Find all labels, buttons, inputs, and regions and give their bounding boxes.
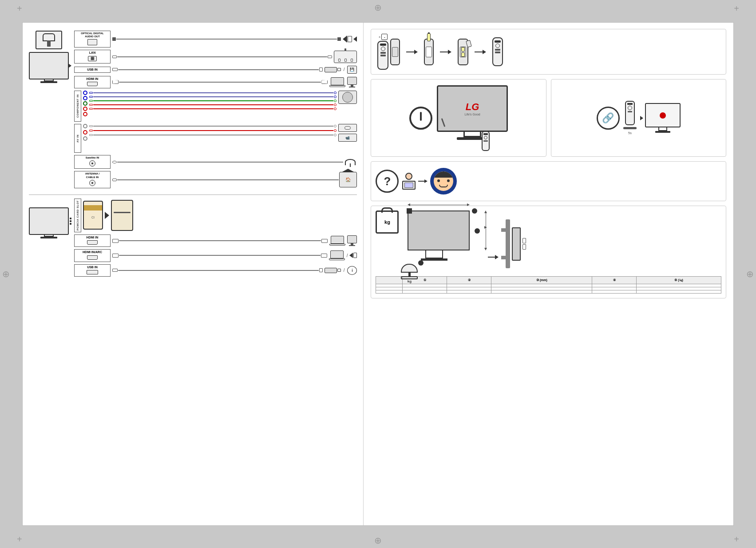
remote-circle-btn [381, 47, 385, 51]
usb-drive-icon-b [325, 268, 341, 273]
hdmi-plug-r [321, 80, 328, 84]
coax-wire [117, 162, 343, 163]
router-port-3 [351, 59, 353, 62]
fr-btn1 [483, 133, 488, 135]
comp-cable-3 [89, 99, 336, 102]
connector-row-component: COMPONENT IN [74, 91, 357, 122]
connector-row-hdmi-top: HDMI IN [74, 76, 357, 88]
help-row: ? [371, 161, 726, 201]
remote-back-view [390, 39, 400, 65]
tv-stand-right [40, 234, 57, 238]
usb-b-plug [319, 68, 323, 71]
component-cables [89, 91, 336, 111]
link-circle-icon: 🔗 [597, 107, 620, 130]
remote-battery-section: + - [371, 29, 726, 75]
usb-body-b [325, 268, 337, 273]
support-arrow [418, 179, 427, 183]
card-chip-stripe [84, 205, 102, 210]
usb-wire [118, 69, 319, 70]
router-port-1 [338, 59, 340, 62]
camcorder-icon: 📹 [338, 134, 357, 142]
dimensions-section: kg [371, 206, 726, 298]
dim-r1-1 [403, 284, 447, 287]
battery-icon [427, 33, 431, 41]
stand-base-r [40, 237, 57, 238]
avc1-rca [334, 125, 336, 127]
eye-left [437, 179, 440, 182]
scale-dome [401, 264, 418, 273]
soundbar-icon [329, 250, 345, 260]
dim-r2-model [376, 287, 403, 290]
cc2-wire [93, 96, 333, 97]
connector-row-av: AV IN [74, 124, 357, 153]
dimensions-content: kg [376, 210, 721, 273]
bottom-center-mark: ⊕ [374, 535, 382, 546]
avc3-rca [334, 134, 336, 136]
remote-floating [482, 131, 490, 151]
laptop-screen-b [331, 236, 344, 244]
main-content-area: OPTICAL DIGITALAUDIO OUT [22, 22, 734, 526]
arc-plug-l [112, 254, 119, 258]
corner-mark-tl: + [17, 4, 22, 14]
hdmi-top-label: HDMI IN [74, 76, 111, 88]
height-arrow [484, 210, 487, 250]
power-content: LG Life's Good [409, 85, 508, 151]
monitor-base [349, 87, 355, 87]
arrow-line-1 [406, 52, 414, 52]
satellite-label: Satellite IN [74, 155, 111, 169]
tv-dim-body [408, 210, 470, 250]
dvd-disc [342, 92, 353, 103]
hdmi-arc-cable [112, 254, 327, 258]
computer-screen [404, 183, 413, 188]
cable-end-r [337, 37, 341, 41]
help-circle-icon: ? [376, 170, 399, 193]
spk-cone [349, 253, 353, 258]
power-line-icon [420, 112, 422, 121]
av-cable-3 [89, 134, 336, 136]
arc-wire [119, 255, 321, 256]
batteries-in [460, 47, 466, 57]
dim-r2-4 [592, 287, 637, 290]
remote-closing [458, 39, 468, 65]
dim-r1-model [376, 284, 403, 287]
top-center-mark: ⊕ [374, 2, 382, 13]
plug-body [47, 40, 51, 47]
arc-or: / [347, 253, 348, 258]
depth-arr [484, 226, 487, 229]
avc3-wire [93, 135, 333, 135]
battery-insert-step [424, 39, 434, 65]
floating-remote [482, 131, 490, 151]
card-insertion: CI [83, 200, 133, 231]
av-devices: 📹 [338, 124, 357, 142]
slot-opening [114, 212, 131, 213]
desk-surface [402, 181, 416, 190]
scale-kg: kg [408, 279, 412, 283]
hand-line-1 [441, 118, 446, 127]
weight-scale: kg [401, 264, 418, 283]
dim-dot-3 [475, 228, 480, 234]
arrow-head-3 [483, 50, 486, 54]
harr-line [486, 213, 486, 248]
cc5-wire [93, 108, 333, 109]
remote-open-back [424, 39, 434, 65]
left-section-divider [29, 195, 357, 195]
rca-green [83, 101, 87, 106]
hdd-icon: 💾 [347, 66, 357, 74]
page-background: + + + + ⊕ ⊕ ⊕ ⊕ [0, 0, 756, 548]
arrow-head-1 [414, 50, 418, 54]
avc1-wire [93, 126, 333, 127]
cc1-wire [93, 92, 333, 93]
remote-final [492, 37, 503, 66]
lg-logo-tv: LG [466, 101, 479, 113]
remote-row-btns [380, 52, 386, 54]
laptop-b [329, 236, 345, 246]
scale-plate [401, 276, 418, 279]
dim-r2-3 [491, 287, 592, 290]
connector-row-hdmi-bottom: HDMI IN [74, 234, 357, 247]
connector-row-usb-top: USB IN / [74, 66, 357, 74]
link-section: 🔗 5s [551, 79, 726, 157]
dim-col-5: ⑤ (㎏) [637, 277, 721, 284]
battery-indicator: - [381, 34, 388, 40]
battery-compartment [392, 47, 398, 57]
avc2-rca [334, 129, 336, 132]
